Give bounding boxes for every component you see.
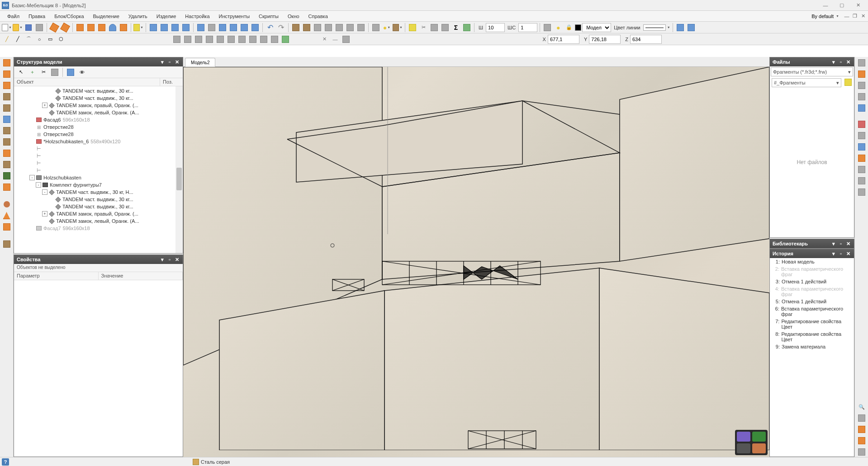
menu-delete[interactable]: Удалить (124, 11, 152, 21)
tree-row[interactable]: +TANDEM замок, правый, Оранж. (... (14, 210, 183, 217)
rside-3[interactable] (857, 80, 867, 90)
tree-row[interactable]: -TANDEM част. выдвиж., 30 кг, Н... (14, 188, 183, 196)
librarian-header[interactable]: Библиотекарь ▾ ▫ ✕ (770, 239, 854, 248)
menu-tools[interactable]: Инструменты (214, 11, 255, 21)
hex-2-button[interactable] (60, 23, 70, 33)
history-item[interactable]: 4:Вставка параметрического фраг (770, 285, 854, 298)
draw-rect-button[interactable]: ▭ (45, 34, 55, 44)
z-input[interactable] (630, 35, 662, 44)
scroll-thumb[interactable] (176, 168, 182, 190)
box-wire-button[interactable] (207, 23, 217, 33)
panel-pin-button[interactable]: ▾ (830, 240, 837, 247)
history-item[interactable]: 1:Новая модель (770, 258, 854, 265)
tree-row[interactable]: -Holzschubkasten (14, 174, 183, 181)
rside-10[interactable] (857, 165, 867, 174)
history-item[interactable]: 9:Замена материала (770, 343, 854, 350)
side-panel-12[interactable] (2, 182, 12, 192)
chart-button[interactable] (462, 23, 472, 33)
side-extrude[interactable] (2, 222, 12, 232)
bulb-2-button[interactable]: ● (553, 23, 563, 33)
menu-settings[interactable]: Настройка (180, 11, 214, 21)
panel-max-button[interactable]: ▫ (166, 59, 173, 65)
tangent-button[interactable] (119, 23, 128, 33)
panel-close-button[interactable]: ✕ (845, 240, 851, 247)
tree-row[interactable]: TANDEM замок, левый, Оранж. (А... (14, 217, 183, 225)
structure-tree[interactable]: TANDEM част. выдвиж., 30 кг...TANDEM час… (14, 86, 183, 253)
paste-button[interactable] (408, 23, 417, 33)
width-input[interactable] (486, 23, 505, 32)
mat-7-button[interactable] (356, 23, 366, 33)
sum-button[interactable]: Σ (451, 23, 461, 33)
rside-search[interactable]: 🔍 (857, 402, 867, 412)
layer-button[interactable] (542, 23, 552, 33)
close-button[interactable]: ✕ (854, 2, 863, 9)
redo-button[interactable]: ↷ (276, 23, 286, 33)
rside-12[interactable] (857, 187, 867, 197)
rside-zoom-ext[interactable] (857, 413, 867, 423)
tray-viber-icon[interactable] (737, 432, 750, 442)
select-poly-button[interactable] (170, 23, 180, 33)
panel-close-button[interactable]: ✕ (174, 59, 180, 65)
light-button[interactable]: ●▼ (382, 23, 392, 33)
structure-header[interactable]: Структура модели ▾ ▫ ✕ (14, 57, 183, 66)
tree-row[interactable]: ⊢ (14, 145, 183, 152)
line-preview[interactable] (643, 24, 666, 31)
dropdown-arrow-icon[interactable]: ▼ (667, 26, 670, 29)
col-parameter[interactable]: Параметр (14, 272, 99, 280)
doc-close-button[interactable]: ✕ (860, 13, 866, 19)
rside-11[interactable] (857, 176, 867, 186)
select-chain-button[interactable] (181, 23, 191, 33)
side-panel-2[interactable] (2, 69, 12, 79)
files-filter-dropdown[interactable]: Фрагменты (*.fr3d;*.frw) ▾ (771, 67, 853, 76)
struct-cursor[interactable]: ↖ (16, 67, 26, 77)
menu-edit[interactable]: Правка (24, 11, 50, 21)
select-all-button[interactable] (159, 23, 169, 33)
side-panel-3[interactable] (2, 80, 12, 90)
menu-block-assembly[interactable]: Блок/Сборка (50, 11, 88, 21)
mirror-v-button[interactable] (204, 34, 214, 44)
rside-2[interactable] (857, 69, 867, 79)
lock-button[interactable]: 🔒 (564, 23, 574, 33)
tree-expand-button[interactable]: - (42, 189, 47, 195)
struct-tool[interactable] (50, 67, 60, 77)
group-button[interactable] (248, 34, 258, 44)
mat-6-button[interactable] (345, 23, 355, 33)
maximize-button[interactable]: ▢ (837, 2, 846, 9)
tree-row[interactable]: TANDEM част. выдвиж., 30 кг... (14, 203, 183, 210)
flag-button[interactable] (280, 34, 290, 44)
box-multi-button[interactable] (250, 23, 260, 33)
square-button[interactable] (270, 34, 280, 44)
minimize-button[interactable]: — (821, 2, 830, 9)
box-edge-button[interactable] (239, 23, 249, 33)
grid-view-button[interactable] (675, 23, 685, 33)
y-input[interactable] (589, 35, 621, 44)
rside-6[interactable] (857, 119, 867, 129)
mode-dropdown[interactable]: Модель (582, 23, 611, 32)
mat-4-button[interactable] (323, 23, 333, 33)
tray-item-3[interactable] (737, 443, 750, 453)
side-panel-5[interactable] (2, 103, 12, 113)
mat-1-button[interactable] (291, 23, 301, 33)
side-panel-1[interactable] (2, 58, 12, 68)
package-button[interactable]: ▼ (393, 23, 403, 33)
files-header[interactable]: Файлы ▾ ▫ ✕ (770, 57, 854, 66)
tree-row[interactable]: ⊢ (14, 152, 183, 160)
tree-row[interactable]: ⊢ (14, 167, 183, 174)
tree-row[interactable]: TANDEM част. выдвиж., 30 кг... (14, 196, 183, 203)
tree-row[interactable]: ⊞Отверстие28 (14, 123, 183, 131)
panel-max-button[interactable]: ▫ (838, 59, 844, 65)
menu-help[interactable]: Справка (304, 11, 332, 21)
save-button[interactable] (24, 23, 33, 33)
rside-1[interactable] (857, 58, 867, 68)
side-panel-4[interactable] (2, 92, 12, 102)
panel-pin-button[interactable]: ▾ (830, 250, 837, 257)
side-panel-6[interactable] (2, 114, 12, 124)
rside-8[interactable] (857, 142, 867, 152)
history-list[interactable]: 1:Новая модель2:Вставка параметрического… (770, 258, 854, 457)
side-panel-10[interactable] (2, 160, 12, 169)
menu-scripts[interactable]: Скрипты (254, 11, 283, 21)
menu-file[interactable]: Файл (3, 11, 24, 21)
history-item[interactable]: 6:Вставка параметрического фраг (770, 305, 854, 318)
doc-minimize-button[interactable]: — (844, 13, 850, 19)
tree-row[interactable]: -Комплект фурнитуры7 (14, 181, 183, 188)
